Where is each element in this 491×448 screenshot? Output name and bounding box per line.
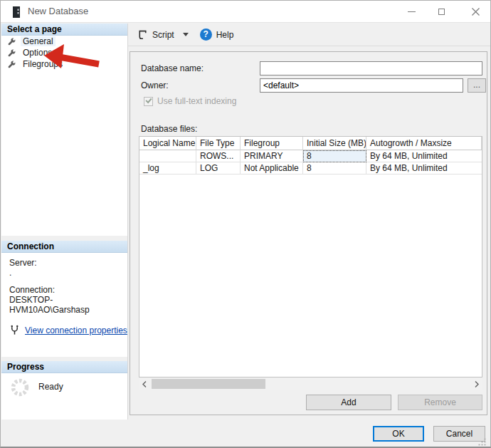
- autogrowth-cell[interactable]: By 64 MB, Unlimited: [366, 162, 482, 174]
- sidebar-item-options[interactable]: Options: [1, 47, 127, 58]
- minimize-icon: [408, 11, 416, 12]
- connection-header: Connection: [1, 241, 127, 253]
- sidebar-item-label: General: [21, 36, 56, 46]
- progress-status: Ready: [38, 382, 63, 392]
- ok-button[interactable]: OK: [373, 426, 424, 442]
- scrollbar-thumb[interactable]: [152, 379, 265, 389]
- wrench-icon: [7, 60, 16, 69]
- chevron-right-icon: [475, 381, 479, 387]
- connection-panel: Connection Server: . Connection: DESKTOP…: [1, 241, 127, 357]
- ready-spinner-icon: [10, 377, 30, 397]
- file-type-cell[interactable]: LOG: [196, 162, 241, 174]
- sidebar-item-general[interactable]: General: [1, 36, 127, 47]
- new-database-dialog: New Database Select a page General Optio…: [0, 0, 491, 448]
- table-header-row: Logical Name File Type Filegroup Initial…: [139, 137, 482, 150]
- table-row: _log LOG Not Applicable 8 By 64 MB, Unli…: [139, 162, 482, 174]
- select-a-page-panel: Select a page General Options Filegroups: [1, 24, 127, 236]
- script-button[interactable]: Script: [134, 26, 177, 43]
- table-row: ROWS... PRIMARY 8 By 64 MB, Unlimited: [139, 150, 482, 162]
- column-header[interactable]: Initial Size (MB): [303, 137, 366, 150]
- close-button[interactable]: [460, 1, 490, 22]
- general-page-panel: Database name: Owner: ... Use full-text …: [130, 51, 487, 415]
- help-icon: ?: [200, 28, 212, 41]
- sidebar-item-filegroups[interactable]: Filegroups: [1, 58, 127, 70]
- close-icon: [472, 8, 480, 16]
- server-label: Server:: [9, 258, 127, 268]
- chevron-left-icon: [142, 381, 147, 387]
- connection-label: Connection:: [9, 285, 127, 295]
- maximize-button[interactable]: [426, 1, 456, 22]
- table-horizontal-scrollbar[interactable]: [139, 378, 482, 390]
- filegroup-cell[interactable]: Not Applicable: [241, 162, 303, 174]
- progress-header: Progress: [1, 361, 127, 373]
- owner-browse-button[interactable]: ...: [468, 78, 486, 93]
- help-label: Help: [216, 30, 234, 40]
- view-connection-properties-link[interactable]: View connection properties: [25, 325, 127, 335]
- scroll-right-button[interactable]: [471, 378, 482, 390]
- logical-name-cell[interactable]: _log: [139, 162, 196, 174]
- connection-value: DESKTOP-HVM10AO\Garshasp: [9, 295, 127, 315]
- window-title: New Database: [28, 1, 88, 22]
- connection-properties-icon: [9, 325, 20, 335]
- database-files-label: Database files:: [141, 122, 197, 136]
- dialog-toolbar: Script ? Help: [128, 24, 491, 46]
- autogrowth-cell[interactable]: By 64 MB, Unlimited: [366, 150, 482, 162]
- select-a-page-header: Select a page: [1, 24, 127, 36]
- resize-grip[interactable]: [477, 437, 487, 447]
- sidebar: Select a page General Options Filegroups…: [1, 24, 127, 420]
- script-dropdown-icon[interactable]: [183, 33, 189, 36]
- file-type-cell[interactable]: ROWS...: [196, 150, 241, 162]
- progress-panel: Progress Ready: [1, 361, 127, 420]
- script-label: Script: [152, 30, 174, 40]
- script-icon: [137, 29, 148, 40]
- maximize-icon: [438, 9, 445, 15]
- wrench-icon: [7, 37, 16, 46]
- title-bar: New Database: [1, 1, 490, 23]
- column-header[interactable]: Autogrowth / Maxsize: [366, 137, 482, 150]
- initial-size-cell[interactable]: 8: [303, 150, 366, 162]
- add-button[interactable]: Add: [306, 395, 391, 410]
- sidebar-item-label: Filegroups: [21, 59, 65, 69]
- minimize-button[interactable]: [396, 1, 426, 22]
- scroll-left-button[interactable]: [139, 378, 150, 390]
- logical-name-cell[interactable]: [139, 150, 196, 162]
- filegroup-cell[interactable]: PRIMARY: [241, 150, 303, 162]
- column-header[interactable]: Filegroup: [241, 137, 303, 150]
- column-header[interactable]: Logical Name: [139, 137, 196, 150]
- sidebar-divider: [127, 24, 128, 420]
- fulltext-label: Use full-text indexing: [157, 94, 236, 108]
- database-window-icon: [13, 6, 21, 21]
- database-name-label: Database name:: [141, 61, 204, 75]
- wrench-icon: [7, 48, 16, 58]
- initial-size-cell[interactable]: 8: [303, 162, 366, 174]
- owner-input[interactable]: [260, 78, 463, 93]
- owner-label: Owner:: [141, 78, 169, 93]
- sidebar-item-label: Options: [21, 48, 54, 58]
- dialog-footer: OK Cancel: [1, 420, 490, 448]
- server-value: .: [9, 268, 127, 278]
- remove-button: Remove: [398, 395, 482, 410]
- database-name-input[interactable]: [260, 61, 482, 75]
- column-header[interactable]: File Type: [196, 137, 241, 150]
- fulltext-checkbox: [144, 97, 153, 106]
- database-files-table: Logical Name File Type Filegroup Initial…: [139, 136, 482, 377]
- help-button[interactable]: ? Help: [197, 26, 237, 43]
